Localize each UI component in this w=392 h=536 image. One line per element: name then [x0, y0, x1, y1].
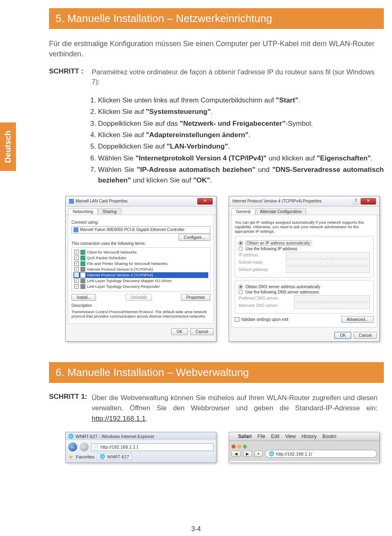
properties-button[interactable]: Properties — [181, 294, 210, 301]
schritt6-block: SCHRITT 1: Über die Webverwaltung können… — [49, 393, 384, 424]
language-side-tab: Deutsch — [0, 122, 16, 171]
ie-icon: 🌐 — [68, 434, 74, 439]
list-item[interactable]: ✓Client for Microsoft Networks — [74, 249, 208, 255]
favorites-star-icon[interactable]: ★ — [68, 454, 74, 460]
radio-use-ip[interactable] — [238, 247, 243, 251]
tab-general[interactable]: General — [232, 208, 255, 215]
cancel-button[interactable]: Cancel — [354, 332, 377, 339]
pref-dns-input: . . . — [294, 295, 370, 302]
safari-add-button[interactable]: + — [254, 451, 263, 457]
page-icon: 📄 — [93, 445, 99, 450]
steps-list: Klicken Sie unten links auf Ihrem Comput… — [98, 95, 384, 186]
page-number: 3-4 — [191, 525, 200, 533]
default-ip-link[interactable]: http://192.168.1.1 — [91, 415, 145, 423]
ipv4-dialog-body: You can get IP settings assigned automat… — [231, 215, 377, 327]
step-6: Wählen Sie "Internetprotokoll Version 4 … — [98, 153, 384, 164]
tab-sharing[interactable]: Sharing — [98, 208, 121, 215]
list-item[interactable]: ✓Link-Layer Topology Discovery Mapper I/… — [74, 278, 208, 284]
minimize-traffic-icon[interactable] — [237, 445, 241, 449]
safari-back-button[interactable]: ◀ — [232, 451, 241, 457]
validate-checkbox[interactable] — [235, 317, 239, 322]
adapter-icon — [74, 227, 78, 232]
step-7: Wählen Sie "IP-Adresse automatisch bezie… — [98, 165, 384, 186]
schritt-label: SCHRITT : — [49, 67, 90, 76]
page-content: 5. Manuelle Installation – Netzwerkeinri… — [0, 0, 384, 463]
items-list: ✓Client for Microsoft Networks ✓QoS Pack… — [71, 247, 210, 291]
ie-tab-icon: 🌐 — [100, 454, 105, 459]
alt-dns-input: . . . — [294, 302, 370, 309]
schritt-block: SCHRITT : Paramétrez votre ordinateur de… — [49, 67, 384, 87]
ie-titlebar: 🌐 WNRT-627 - Windows Internet Explorer — [66, 432, 216, 440]
uninstall-button[interactable]: Uninstall — [125, 294, 151, 301]
back-button[interactable]: ← — [68, 443, 77, 451]
close-traffic-icon[interactable] — [232, 445, 236, 449]
lan-dialog-title: Marvell LAN Card Properties — [76, 199, 127, 203]
list-item-selected[interactable]: ✓Internet Protocol Version 4 (TCP/IPv4) — [74, 272, 208, 278]
list-item[interactable]: ✓Link-Layer Topology Discovery Responder — [74, 284, 208, 289]
lan-dialog-titlebar: Marvell LAN Card Properties ✕ — [66, 196, 216, 207]
step-4: Klicken Sie auf "Adaptereinstellungen än… — [98, 130, 384, 140]
safari-url-bar[interactable]: 🌐 http://192.168.1.1/ — [265, 450, 377, 458]
browsers-row: 🌐 WNRT-627 - Windows Internet Explorer ←… — [65, 432, 384, 463]
radio-auto-dns[interactable] — [238, 285, 243, 289]
install-button[interactable]: Install... — [71, 294, 96, 301]
ie-browser: 🌐 WNRT-627 - Windows Internet Explorer ←… — [65, 432, 216, 463]
ok-button[interactable]: OK — [334, 332, 351, 339]
ie-title-text: WNRT-627 - Windows Internet Explorer — [76, 434, 154, 439]
tab-alternate[interactable]: Alternate Configuration — [256, 208, 306, 215]
ipv4-info: You can get IP settings assigned automat… — [235, 220, 374, 234]
advanced-button[interactable]: Advanced... — [341, 316, 374, 323]
step-1: Klicken Sie unten links auf Ihrem Comput… — [98, 95, 384, 106]
step-5: Doppelklicken Sie auf "LAN-Verbindung". — [98, 141, 384, 152]
bookmarks-menu[interactable]: Bookn — [323, 434, 336, 439]
ipv4-properties-dialog: Internet Protocol Version 4 (TCP/IPv4) P… — [229, 196, 380, 342]
history-menu[interactable]: History — [301, 434, 316, 439]
dns-group: Obtain DNS server address automatically … — [235, 280, 374, 314]
forward-button[interactable]: → — [80, 443, 89, 451]
schritt-text: Paramétrez votre ordinateur de façon à o… — [91, 67, 377, 87]
list-item[interactable]: ✓QoS Packet Scheduler — [74, 255, 208, 261]
description-text: Transmission Control Protocol/Internet P… — [71, 309, 210, 318]
ie-tab[interactable]: 🌐 WNRT-627 — [97, 453, 132, 460]
tab-networking[interactable]: Networking — [68, 208, 98, 215]
subnet-input: . . . — [286, 259, 370, 266]
lan-dialog-tabs: Networking Sharing — [66, 207, 216, 215]
mac-menubar: Safari File Edit View History Bookn — [229, 432, 379, 441]
ip-address-input: . . . — [286, 252, 370, 258]
zoom-traffic-icon[interactable] — [243, 445, 247, 449]
section5-intro: Für die erstmalige Konfiguration müssen … — [49, 39, 384, 59]
list-item[interactable]: ✓Internet Protocol Version 6 (TCP/IPv6) — [74, 267, 208, 272]
dialogs-row: Marvell LAN Card Properties ✕ Networking… — [65, 196, 384, 342]
safari-browser: Safari File Edit View History Bookn ◀ — [229, 432, 380, 463]
list-item[interactable]: ✓File and Printer Sharing for Microsoft … — [74, 261, 208, 267]
help-icon[interactable]: ? — [352, 198, 360, 205]
safari-menu[interactable]: Safari — [238, 434, 252, 439]
ipv4-dialog-titlebar: Internet Protocol Version 4 (TCP/IPv4) P… — [229, 196, 379, 207]
connect-using-label: Connect using: — [71, 220, 210, 225]
schritt6-text: Über die Webverwaltung können Sie mühelo… — [91, 393, 377, 424]
traffic-lights[interactable] — [232, 445, 247, 449]
edit-menu[interactable]: Edit — [271, 434, 280, 439]
close-icon[interactable]: ✕ — [197, 198, 213, 205]
favorites-label[interactable]: Favorites — [76, 454, 94, 459]
network-icon — [69, 199, 74, 204]
ip-group: Obtain an IP address automatically Use t… — [235, 236, 374, 278]
file-menu[interactable]: File — [257, 434, 265, 439]
safari-forward-button[interactable]: ▶ — [243, 451, 252, 457]
ie-url-bar[interactable]: 📄 http://192.168.1.1 — [91, 443, 214, 451]
gateway-input: . . . — [286, 267, 370, 273]
view-menu[interactable]: View — [285, 434, 296, 439]
ipv4-dialog-title: Internet Protocol Version 4 (TCP/IPv4) P… — [232, 199, 321, 203]
ok-button[interactable]: OK — [171, 328, 187, 335]
radio-use-dns[interactable] — [238, 290, 243, 294]
cancel-button[interactable]: Cancel — [190, 328, 214, 335]
radio-auto-ip[interactable] — [238, 241, 243, 245]
description-label: Description — [71, 303, 210, 308]
close-icon[interactable]: ✕ — [361, 198, 376, 205]
lan-dialog-buttons: OK Cancel — [66, 326, 216, 338]
section5-header: 5. Manuelle Installation – Netzwerkeinri… — [49, 8, 384, 29]
ipv4-dialog-buttons: OK Cancel — [229, 329, 379, 341]
uses-label: This connection uses the following items… — [71, 241, 210, 246]
configure-button[interactable]: Configure... — [178, 234, 210, 241]
section6-header: 6. Manuelle Installation – Webverwaltung — [49, 362, 384, 383]
